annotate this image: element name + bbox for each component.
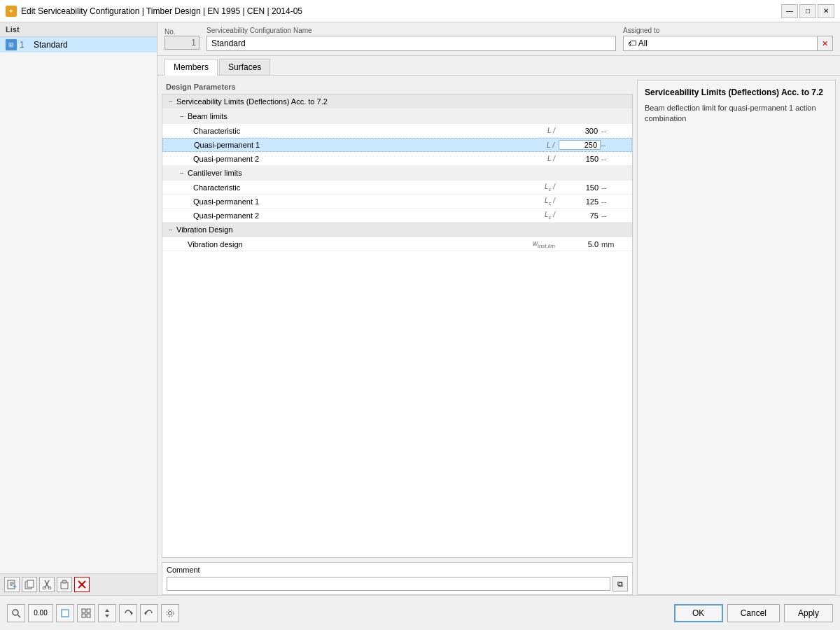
search-button[interactable] [7,604,25,622]
config-no: No. [164,28,200,50]
info-wrapper: Serviceability Limits (Deflections) Acc.… [637,76,840,595]
config-name-select: Standard [206,36,616,51]
apply-button[interactable]: Apply [784,604,833,622]
row-char-label: Characteristic [190,126,503,136]
list-area: ⊞ 1 Standard [0,37,157,573]
svg-marker-26 [144,611,146,615]
copy-button[interactable] [22,577,37,592]
row-vibration-value[interactable]: 5.0 [559,240,601,248]
svg-point-27 [169,611,172,615]
row-char-unit: -- [601,127,629,135]
maximize-button[interactable]: □ [799,4,816,18]
assigned-clear-button[interactable]: ✕ [818,36,833,51]
expand-vibration-icon[interactable]: − [165,224,176,235]
paste-button[interactable] [57,577,72,592]
row-char-value[interactable]: 300 [559,126,601,136]
right-area: No. Serviceability Configuration Name St… [158,22,840,595]
list-header: List [0,22,157,37]
view-button[interactable] [56,604,74,622]
row-quasi1-value[interactable]: 250 [559,140,601,150]
comment-section: Comment ⧉ [162,562,633,595]
svg-line-16 [18,615,21,617]
list-item[interactable]: ⊞ 1 Standard [0,37,157,52]
assigned-input[interactable] [623,36,818,51]
subsection-cantilever[interactable]: − Cantilever limits [162,166,632,181]
svg-rect-18 [62,610,68,616]
main-content: Design Parameters − Serviceability Limit… [158,76,840,595]
tab-surfaces[interactable]: Surfaces [219,59,270,75]
row-cant-quasi1-unit: -- [601,197,629,206]
row-vibration[interactable]: Vibration design winst,lim 5.0 mm [162,237,632,251]
row-quasi1[interactable]: Quasi-permanent 1 L / 250 -- [162,138,632,152]
row-cant-char[interactable]: Characteristic Lc / 150 -- [162,181,632,195]
expand-beam-icon[interactable]: − [176,111,188,122]
name-label: Serviceability Configuration Name [206,27,616,34]
arrows-button[interactable] [98,604,116,622]
row-quasi1-formula: L / [503,141,559,149]
section-vibration-label: Vibration Design [176,225,233,234]
cut-button[interactable] [39,577,55,592]
svg-rect-0 [8,580,15,589]
row-quasi2-unit: -- [601,155,629,163]
svg-rect-6 [27,580,34,587]
row-characteristic[interactable]: Characteristic L / 300 -- [162,124,632,138]
tabs-row: Members Surfaces [158,56,840,76]
ok-button[interactable]: OK [674,604,723,622]
info-panel: Serviceability Limits (Deflections) Acc.… [637,80,836,595]
assigned-input-row: ✕ [623,36,833,51]
design-params-label: Design Parameters [162,80,633,94]
comment-dropdown[interactable] [167,577,610,591]
row-cant-quasi1-formula: Lc / [503,197,559,206]
no-input[interactable] [164,36,200,50]
new-button[interactable] [4,577,20,592]
expand-deflections-icon[interactable]: − [165,96,176,107]
title-bar: ✦ Edit Serviceability Configuration | Ti… [0,0,840,22]
config-name-dropdown[interactable]: Standard [206,36,616,51]
grid-button[interactable] [77,604,95,622]
row-cant-quasi1[interactable]: Quasi-permanent 1 Lc / 125 -- [162,195,632,209]
section-vibration[interactable]: − Vibration Design [162,223,632,237]
assigned-to: Assigned to ✕ [623,27,833,51]
tab-members[interactable]: Members [164,59,218,76]
delete-button[interactable] [74,577,90,592]
row-quasi2-label: Quasi-permanent 2 [190,154,503,164]
bottom-toolbar: 0.00 OK Cancel Apply [0,595,840,630]
section-deflections-label: Serviceability Limits (Deflections) Acc.… [176,97,328,106]
row-quasi1-unit: -- [601,141,629,149]
expand-cantilever-icon[interactable]: − [176,167,188,178]
row-cant-quasi2-label: Quasi-permanent 2 [190,211,503,220]
comment-expand-button[interactable]: ⧉ [612,576,628,592]
design-body: Design Parameters − Serviceability Limit… [158,76,840,595]
row-vibration-formula: winst,lim [503,239,559,249]
svg-marker-24 [105,615,109,617]
row-cant-quasi1-label: Quasi-permanent 1 [190,197,503,206]
row-cant-quasi2-value[interactable]: 75 [559,211,601,220]
row-cant-quasi1-value[interactable]: 125 [559,197,601,206]
config-name: Serviceability Configuration Name Standa… [206,27,616,51]
svg-marker-4 [13,585,17,587]
row-cant-quasi2[interactable]: Quasi-permanent 2 Lc / 75 -- [162,209,632,223]
list-item-icon: ⊞ [6,39,17,50]
dialog-buttons: OK Cancel Apply [674,604,833,622]
design-params-inner: − Serviceability Limits (Deflections) Ac… [162,94,633,558]
svg-rect-20 [87,609,90,612]
settings-button[interactable] [161,604,179,622]
row-quasi2-value[interactable]: 150 [559,155,601,163]
close-button[interactable]: ✕ [818,4,834,18]
undo-button[interactable] [140,604,158,622]
row-cant-char-label: Characteristic [190,183,503,192]
left-panel: List ⊞ 1 Standard [0,22,158,595]
row-cant-char-formula: Lc / [503,183,559,192]
section-deflections[interactable]: − Serviceability Limits (Deflections) Ac… [162,94,632,109]
comment-label: Comment [167,566,628,574]
value-button[interactable]: 0.00 [28,604,53,622]
subsection-beam[interactable]: − Beam limits [162,109,632,124]
cancel-button[interactable]: Cancel [727,604,780,622]
refresh-button[interactable] [119,604,137,622]
comment-row: ⧉ [167,576,628,592]
row-quasi2[interactable]: Quasi-permanent 2 L / 150 -- [162,152,632,166]
row-cant-char-value[interactable]: 150 [559,183,601,192]
minimize-button[interactable]: — [781,4,798,18]
panel-toolbar [0,573,157,595]
svg-marker-25 [131,611,133,615]
